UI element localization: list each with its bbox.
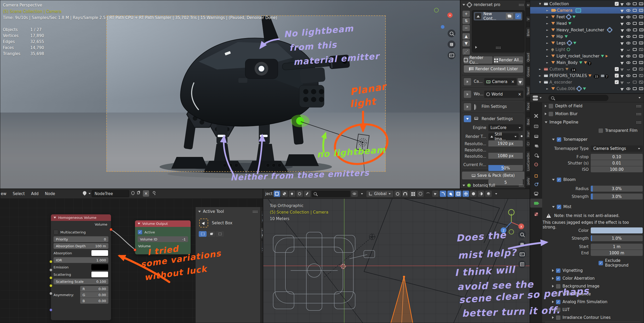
properties-editor-icon[interactable] — [533, 96, 538, 98]
selectable-toggle-icon[interactable] — [620, 28, 625, 32]
exclude-background-checkbox[interactable] — [599, 261, 603, 265]
white-balance-section[interactable]: White Balance — [552, 292, 591, 296]
tonemapper-checkbox[interactable] — [557, 137, 561, 142]
object-name[interactable]: Hip — [557, 34, 563, 39]
outliner-panel[interactable]: ▼ Collection ► Camera — [530, 0, 644, 93]
selectable-toggle-icon[interactable] — [620, 8, 625, 13]
selectable-toggle-icon[interactable] — [620, 41, 625, 45]
background-image-section[interactable]: Background Image — [552, 284, 599, 289]
object-name[interactable]: Collection — [549, 2, 569, 6]
selectable-toggle-icon[interactable] — [620, 61, 625, 65]
asymmetry-input-socket[interactable] — [49, 308, 52, 312]
collection-checkbox[interactable] — [615, 80, 619, 84]
selectable-toggle-icon[interactable] — [620, 54, 625, 58]
grid-ortho-icon[interactable] — [518, 260, 526, 268]
disable-viewports-icon[interactable] — [633, 81, 637, 84]
film-settings-toggle[interactable] — [464, 103, 471, 110]
object-name[interactable]: Camera — [557, 8, 572, 13]
scattering-input-socket[interactable] — [49, 284, 52, 287]
properties-panel[interactable]: Depth of Field Motion Blur Image Pipelin… — [530, 93, 644, 323]
disable-viewports-icon[interactable] — [633, 87, 637, 90]
disable-viewports-icon[interactable] — [633, 2, 637, 5]
tab-tool[interactable] — [530, 111, 542, 120]
render-type-dropdown[interactable]: Still Ima... — [488, 133, 519, 140]
render-context-list[interactable]: New Cont... — [472, 10, 525, 52]
shading-material-button[interactable] — [478, 191, 484, 197]
outliner-row[interactable]: ► Heavy_Rocket_Launcher — [530, 27, 644, 33]
hide-viewport-icon[interactable] — [626, 35, 630, 38]
resolution-pct-slider[interactable]: 50% — [488, 165, 523, 171]
white-balance-checkbox[interactable] — [556, 292, 560, 296]
context-name[interactable]: New Cont... — [483, 11, 504, 21]
object-name[interactable]: Cube.006 — [557, 86, 575, 91]
select-mode-subtract-button[interactable] — [216, 231, 224, 237]
node-header[interactable]: Homogeneous Volume — [51, 214, 111, 221]
tab-node[interactable]: Node — [261, 210, 263, 224]
outliner-row[interactable]: ► Feet — [530, 14, 644, 20]
disable-viewports-icon[interactable] — [633, 35, 637, 38]
disable-viewports-icon[interactable] — [633, 61, 637, 64]
homogeneous-volume-node[interactable]: Homogeneous Volume Volume Multiscatterin… — [51, 214, 111, 320]
selectable-toggle-icon[interactable] — [620, 67, 625, 71]
panel-drag-dots[interactable] — [636, 113, 641, 115]
iso-field[interactable]: 100.00 — [591, 166, 643, 172]
tonemapper-section[interactable]: Tonemapper — [552, 137, 588, 142]
disable-render-icon[interactable] — [639, 28, 643, 31]
outliner-row[interactable]: ► Light — [530, 46, 644, 53]
camera-view-icon[interactable] — [448, 51, 455, 59]
shader-type-droplet-icon[interactable] — [82, 190, 87, 196]
ior-input-socket[interactable] — [49, 268, 52, 272]
zoom-icon[interactable] — [448, 30, 455, 37]
selectable-toggle-icon[interactable] — [620, 87, 625, 91]
object-name[interactable]: Light — [555, 47, 565, 52]
selectable-toggle-icon[interactable] — [620, 74, 625, 78]
expander-icon[interactable]: ► — [546, 15, 550, 18]
tab-render[interactable] — [530, 122, 542, 131]
tab-view[interactable]: View — [261, 240, 263, 253]
dof-checkbox[interactable] — [549, 104, 553, 108]
editor-type-chevron-icon[interactable] — [540, 97, 542, 98]
collection-checkbox[interactable] — [615, 74, 619, 78]
pin-icon[interactable] — [153, 191, 155, 194]
analog-film-section[interactable]: Analog Film Simulation — [552, 299, 607, 304]
object-name[interactable]: PERFORS_TOTALES — [549, 73, 587, 78]
expander-icon[interactable]: ► — [546, 55, 550, 57]
disable-render-icon[interactable] — [639, 55, 643, 57]
move-up-button[interactable]: ▲ — [462, 33, 470, 39]
expander-icon[interactable]: ▼ — [539, 81, 542, 84]
xray-toggle[interactable] — [455, 191, 461, 197]
selectable-toggle-icon[interactable] — [620, 80, 625, 84]
expander-icon[interactable]: ► — [546, 28, 550, 31]
panel-drag-dots[interactable] — [636, 105, 641, 107]
save-pack-button[interactable]: Save & Pack (Beta) — [462, 172, 524, 179]
node-editor-canvas[interactable]: Homogeneous Volume Volume Multiscatterin… — [0, 199, 263, 323]
panel-expand-arrow[interactable] — [198, 211, 201, 213]
zoom-icon[interactable] — [518, 231, 526, 238]
clear-world-icon[interactable]: × — [518, 92, 521, 97]
hide-viewport-icon[interactable] — [626, 16, 630, 18]
ior-field[interactable]: IOR1.000 — [54, 257, 108, 263]
selectable-toggle-icon[interactable] — [620, 2, 625, 6]
object-name[interactable]: Head — [557, 21, 567, 26]
hide-viewport-icon[interactable] — [626, 55, 630, 57]
snap-target-dropdown[interactable] — [409, 191, 416, 197]
expander-icon[interactable]: ► — [546, 35, 550, 38]
disable-viewports-icon[interactable] — [633, 68, 637, 71]
motion-blur-checkbox[interactable] — [549, 112, 553, 116]
menu-select[interactable]: Select — [10, 191, 28, 196]
camera-section-toggle[interactable] — [464, 78, 471, 85]
pan-hand-icon[interactable] — [448, 40, 455, 48]
mist-strength-slider[interactable]: 1.0% — [591, 235, 643, 241]
shutter-field[interactable]: 0.01 — [591, 160, 643, 166]
outliner-row[interactable]: ► Cutters 14 — [530, 66, 644, 72]
folder-button[interactable] — [506, 13, 513, 19]
object-name[interactable]: Heavy_Rocket_Launcher — [557, 28, 604, 32]
outliner-row[interactable]: ▼ A_esconder — [530, 79, 644, 85]
node-header[interactable]: Volume Output — [135, 220, 191, 227]
viewport-search-input[interactable] — [312, 191, 350, 197]
transparent-film-row[interactable]: Transparent Film — [599, 128, 637, 133]
outliner-row[interactable]: ► Hip — [530, 33, 644, 40]
hide-viewport-icon[interactable] — [626, 3, 630, 5]
hide-viewport-icon[interactable] — [626, 22, 630, 25]
lut-checkbox[interactable] — [556, 308, 560, 312]
